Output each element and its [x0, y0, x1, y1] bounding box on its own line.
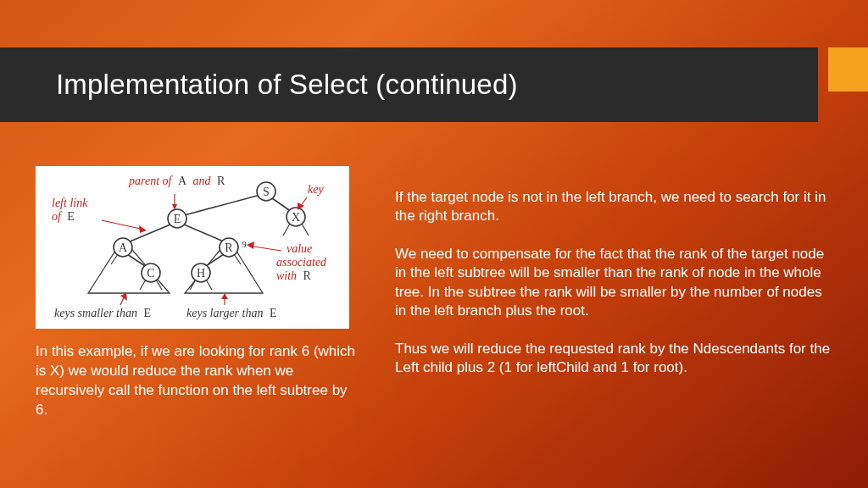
label-value: value associated with R — [276, 241, 331, 282]
svg-marker-39 — [120, 293, 127, 301]
arrow-larger — [221, 293, 228, 305]
svg-line-24 — [140, 280, 146, 290]
svg-text:S: S — [263, 186, 270, 198]
svg-text:R: R — [225, 241, 233, 254]
svg-line-30 — [302, 224, 309, 236]
svg-line-0 — [178, 195, 260, 217]
label-smaller: keys smaller than E — [54, 305, 151, 319]
tree-diagram: S E X A R C H 9 — [36, 166, 349, 329]
label-parent: parent of A and R — [128, 173, 225, 187]
svg-text:9: 9 — [242, 239, 247, 249]
svg-line-26 — [190, 280, 196, 290]
svg-text:E: E — [174, 213, 181, 225]
title-band: Implementation of Select (continued) — [0, 47, 818, 122]
arrow-smaller — [120, 293, 127, 305]
slide-title: Implementation of Select (continued) — [56, 69, 518, 101]
svg-marker-37 — [247, 241, 254, 249]
arrow-value — [247, 241, 281, 251]
svg-text:C: C — [147, 267, 154, 280]
diagram-caption: In this example, if we are looking for r… — [36, 342, 358, 420]
arrow-leftlink — [102, 220, 147, 233]
body-p3: Thus we will reduce the requested rank b… — [395, 340, 832, 378]
svg-text:A: A — [119, 241, 128, 254]
svg-line-29 — [283, 224, 290, 236]
body-text: If the target node is not in the left br… — [395, 188, 832, 378]
svg-text:H: H — [197, 267, 205, 280]
label-leftlink: left link of E — [52, 195, 92, 223]
svg-line-1 — [272, 198, 292, 212]
label-larger: keys larger than E — [186, 305, 276, 319]
svg-line-27 — [206, 280, 212, 290]
arrow-parent — [172, 194, 177, 210]
label-key: key — [308, 183, 324, 196]
body-p1: If the target node is not in the left br… — [395, 188, 832, 226]
arrow-key — [298, 197, 307, 210]
svg-line-33 — [102, 220, 144, 230]
svg-marker-41 — [221, 293, 228, 299]
svg-line-3 — [184, 225, 225, 242]
svg-marker-34 — [139, 225, 147, 233]
accent-block — [828, 47, 868, 92]
svg-text:X: X — [292, 211, 300, 224]
body-p2: We need to compensate for the fact that … — [395, 245, 832, 321]
slide: Implementation of Select (continued) S E… — [0, 0, 868, 488]
